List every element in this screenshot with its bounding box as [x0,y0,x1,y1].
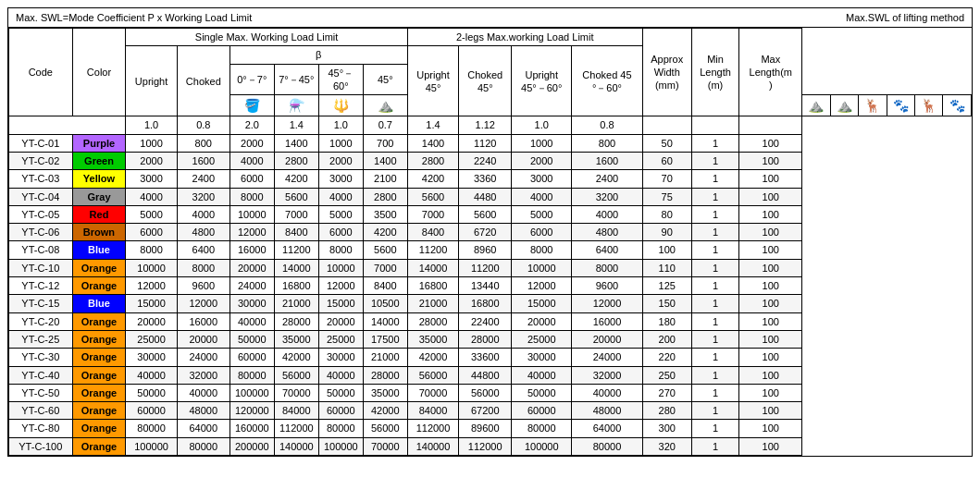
cell-code: YT-C-03 [9,170,73,188]
cell-a4: 21000 [363,349,407,366]
col-header-color: Color [72,29,126,116]
cell-min-len: 1 [691,277,739,295]
cell-up4560: 10000 [512,259,572,276]
cell-code: YT-C-01 [9,134,73,152]
cell-color: Yellow [72,170,126,188]
cell-ch45: 2240 [459,152,512,169]
cell-max-len: 100 [739,205,802,223]
cell-choked: 4000 [177,205,229,223]
icon-up45: 🦌 [859,95,887,116]
cell-a3: 12000 [318,277,363,295]
cell-a1: 200000 [229,437,274,455]
cell-upright: 2000 [126,152,177,169]
coeff-a3: 1.0 [318,116,363,134]
cell-width: 90 [642,224,691,241]
cell-min-len: 1 [691,152,739,169]
table-row: YT-C-20Orange200001600040000280002000014… [9,312,972,330]
col-header-upright45: Upright 45° [407,46,458,116]
cell-up45: 21000 [407,295,458,312]
coeff-label [9,116,126,134]
cell-a4: 3500 [363,205,407,223]
cell-a3: 25000 [318,330,363,348]
cell-a1: 80000 [229,366,274,384]
cell-width: 250 [642,366,691,384]
angle-45-60: 45°－60° [318,64,363,95]
col-header-single-max: Single Max. Working Load Limit [126,29,407,46]
cell-up45: 112000 [407,420,458,437]
cell-ch4560: 4000 [572,205,642,223]
cell-code: YT-C-80 [9,420,73,437]
cell-up4560: 80000 [512,420,572,437]
cell-upright: 20000 [126,312,177,330]
cell-ch4560: 2400 [572,170,642,188]
cell-ch45: 112000 [459,437,512,455]
cell-width: 125 [642,277,691,295]
cell-code: YT-C-04 [9,188,73,205]
col-header-approx-width: Approx Width (mm) [642,29,691,116]
cell-up45: 56000 [407,366,458,384]
page-container: Max. SWL=Mode Coefficient P x Working Lo… [7,7,973,457]
cell-min-len: 1 [691,330,739,348]
cell-code: YT-C-08 [9,241,73,259]
coeff-a2: 1.4 [274,116,318,134]
cell-upright: 60000 [126,402,177,420]
cell-upright: 40000 [126,366,177,384]
cell-ch45: 22400 [459,312,512,330]
cell-max-len: 100 [739,437,802,455]
cell-max-len: 100 [739,402,802,420]
cell-max-len: 100 [739,330,802,348]
cell-upright: 25000 [126,330,177,348]
cell-code: YT-C-25 [9,330,73,348]
cell-up4560: 20000 [512,312,572,330]
icon-45-2: ⛰️ [830,95,858,116]
cell-a1: 30000 [229,295,274,312]
cell-width: 280 [642,402,691,420]
icon-7-45: ⛰️ [363,95,407,116]
table-row: YT-C-12Orange120009600240001680012000840… [9,277,972,295]
cell-ch4560: 16000 [572,312,642,330]
cell-width: 270 [642,384,691,401]
cell-a3: 20000 [318,312,363,330]
cell-min-len: 1 [691,224,739,241]
cell-a2: 7000 [274,205,318,223]
cell-code: YT-C-12 [9,277,73,295]
table-row: YT-C-25Orange250002000050000350002500017… [9,330,972,348]
cell-color: Orange [72,277,126,295]
cell-min-len: 1 [691,170,739,188]
icon-upright: 🪣 [229,95,274,116]
cell-upright: 8000 [126,241,177,259]
cell-max-len: 100 [739,295,802,312]
cell-up4560: 4000 [512,188,572,205]
cell-up4560: 2000 [512,152,572,169]
coeff-width [642,116,691,134]
cell-up4560: 6000 [512,224,572,241]
table-row: YT-C-01Purple100080020001400100070014001… [9,134,972,152]
cell-up4560: 60000 [512,402,572,420]
table-row: YT-C-30Orange300002400060000420003000021… [9,349,972,366]
cell-a2: 35000 [274,330,318,348]
cell-a2: 1400 [274,134,318,152]
cell-a2: 16800 [274,277,318,295]
cell-color: Orange [72,312,126,330]
table-row: YT-C-80Orange800006400016000011200080000… [9,420,972,437]
coeff-minlen [691,116,739,134]
cell-a4: 14000 [363,312,407,330]
cell-ch45: 1120 [459,134,512,152]
cell-choked: 32000 [177,366,229,384]
cell-min-len: 1 [691,259,739,276]
cell-upright: 4000 [126,188,177,205]
cell-up4560: 12000 [512,277,572,295]
cell-max-len: 100 [739,366,802,384]
col-header-upright: Upright [126,46,177,116]
cell-choked: 800 [177,134,229,152]
cell-ch4560: 3200 [572,188,642,205]
cell-width: 75 [642,188,691,205]
cell-up4560: 40000 [512,366,572,384]
cell-a2: 11200 [274,241,318,259]
cell-up4560: 100000 [512,437,572,455]
cell-a2: 4200 [274,170,318,188]
cell-up45: 11200 [407,241,458,259]
cell-width: 110 [642,259,691,276]
cell-ch45: 56000 [459,384,512,401]
cell-a4: 35000 [363,384,407,401]
